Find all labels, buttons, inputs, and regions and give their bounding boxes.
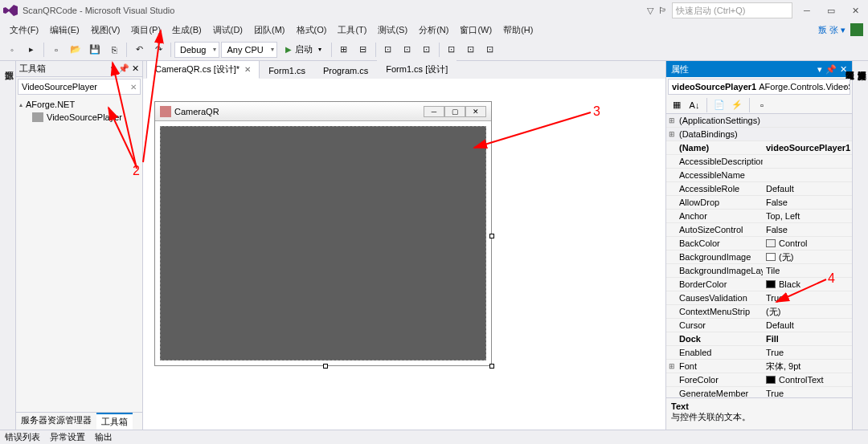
pin-icon[interactable]: 📌	[825, 64, 837, 75]
menu-tools[interactable]: 工具(T)	[333, 22, 371, 38]
notify-icon[interactable]: 🏳	[658, 6, 667, 15]
property-row[interactable]: BackgroundImage(无)	[666, 251, 852, 264]
menu-window[interactable]: 窗口(W)	[455, 22, 497, 38]
property-row[interactable]: (Name)videoSourcePlayer1	[666, 141, 852, 155]
property-row[interactable]: AccessibleDescription	[666, 155, 852, 169]
quick-launch-input[interactable]: 快速启动 (Ctrl+Q)	[672, 2, 792, 18]
status-errorlist[interactable]: 错误列表	[5, 431, 40, 443]
property-row[interactable]: ⊞(DataBindings)	[666, 128, 852, 141]
resize-handle[interactable]	[489, 364, 494, 369]
menu-format[interactable]: 格式(O)	[292, 22, 332, 38]
toolbox-group[interactable]: ▴AForge.NET	[16, 98, 142, 111]
video-source-player-control[interactable]	[160, 126, 486, 360]
vs-logo-icon	[3, 5, 18, 16]
menu-team[interactable]: 团队(M)	[249, 22, 290, 38]
save-all-button[interactable]: ⎘	[105, 41, 123, 59]
toolbox-header: 工具箱 ▾ 📌 ✕	[16, 61, 142, 77]
menu-build[interactable]: 生成(B)	[167, 22, 207, 38]
align2-button[interactable]: ⊟	[354, 41, 372, 59]
status-bar: 错误列表 异常设置 输出	[0, 430, 868, 444]
prop-pages-button[interactable]: ▫	[755, 98, 769, 112]
layout-btn2[interactable]: ⊡	[399, 41, 416, 59]
platform-dropdown[interactable]: Any CPU	[221, 42, 276, 58]
property-row[interactable]: AccessibleRoleDefault	[666, 182, 852, 196]
menu-edit[interactable]: 编辑(E)	[45, 22, 84, 38]
toolbox-search-input[interactable]: VideoSourcePlayer ✕	[18, 79, 141, 95]
properties-button[interactable]: 📄	[712, 98, 727, 112]
layout-btn4[interactable]: ⊡	[443, 41, 461, 59]
property-row[interactable]: BackgroundImageLayTile	[666, 264, 852, 278]
property-row[interactable]: CursorDefault	[666, 319, 852, 332]
menu-view[interactable]: 视图(V)	[86, 22, 125, 38]
close-button[interactable]: ✕	[845, 2, 865, 18]
doc-tab-active[interactable]: CameraQR.cs [设计]*✕	[146, 60, 260, 79]
form-preview[interactable]: CameraQR ─ ▢ ✕	[154, 101, 492, 366]
property-grid[interactable]: ⊞(ApplicationSettings)⊞(DataBindings)(Na…	[666, 114, 852, 397]
categorized-button[interactable]: ▦	[669, 98, 684, 112]
form-close-button: ✕	[465, 106, 486, 117]
property-object-selector[interactable]: videoSourcePlayer1 AForge.Controls.Video…	[668, 79, 850, 95]
property-row[interactable]: BorderColorBlack	[666, 278, 852, 291]
layout-btn3[interactable]: ⊡	[418, 41, 436, 59]
properties-header: 属性 ▾📌✕	[666, 61, 852, 77]
property-row[interactable]: EnabledTrue	[666, 346, 852, 360]
open-button[interactable]: 📂	[67, 41, 84, 59]
nav-fwd-button[interactable]: ▸	[23, 41, 40, 59]
clear-search-icon[interactable]: ✕	[130, 83, 137, 92]
property-row[interactable]: ContextMenuStrip(无)	[666, 305, 852, 319]
design-surface[interactable]: CameraQR ─ ▢ ✕	[143, 79, 665, 430]
property-row[interactable]: ⊞(ApplicationSettings)	[666, 114, 852, 128]
menu-file[interactable]: 文件(F)	[5, 22, 43, 38]
property-row[interactable]: GenerateMemberTrue	[666, 387, 852, 397]
property-row[interactable]: DockFill	[666, 332, 852, 346]
resize-handle[interactable]	[489, 234, 494, 238]
property-row[interactable]: CausesValidationTrue	[666, 291, 852, 305]
menu-debug[interactable]: 调试(D)	[208, 22, 248, 38]
layout-btn5[interactable]: ⊡	[462, 41, 480, 59]
align-button[interactable]: ⊞	[335, 41, 353, 59]
nav-back-button[interactable]: ◦	[3, 41, 21, 59]
toolbox-item[interactable]: VideoSourcePlayer	[16, 111, 142, 124]
minimize-button[interactable]: ─	[797, 2, 817, 18]
property-row[interactable]: ⊞Font宋体, 9pt	[666, 360, 852, 373]
doc-tab[interactable]: Program.cs	[314, 63, 377, 79]
property-row[interactable]: AnchorTop, Left	[666, 210, 852, 223]
designer-area: CameraQR.cs [设计]*✕ Form1.cs Program.cs F…	[143, 61, 665, 430]
doc-tab[interactable]: Form1.cs	[260, 63, 314, 79]
close-tab-icon[interactable]: ✕	[244, 65, 251, 74]
dropdown-icon[interactable]: ▾	[817, 64, 822, 75]
menu-project[interactable]: 项目(P)	[126, 22, 166, 38]
start-button[interactable]: ▶启动▾	[279, 42, 328, 58]
property-row[interactable]: ForeColorControlText	[666, 373, 852, 387]
layout-btn6[interactable]: ⊡	[481, 41, 499, 59]
tab-solution-explorer[interactable]: 解决方案资源管理器	[856, 64, 868, 423]
resize-handle[interactable]	[323, 364, 328, 369]
property-row[interactable]: AllowDropFalse	[666, 196, 852, 210]
user-label[interactable]: 叛 张 ▾	[818, 24, 849, 36]
menu-analyze[interactable]: 分析(N)	[414, 22, 453, 38]
user-badge-icon[interactable]	[850, 23, 863, 36]
maximize-button[interactable]: ▭	[821, 2, 841, 18]
undo-button[interactable]: ↶	[130, 41, 148, 59]
pin-icon[interactable]: ▾ 📌 ✕	[111, 63, 139, 74]
status-output[interactable]: 输出	[95, 431, 113, 443]
status-exceptions[interactable]: 异常设置	[50, 431, 85, 443]
tab-team-explorer[interactable]: 团队资源管理器	[844, 64, 856, 430]
doc-tab[interactable]: Form1.cs [设计]	[377, 60, 457, 79]
new-button[interactable]: ▫	[47, 41, 65, 59]
save-button[interactable]: 💾	[86, 41, 104, 59]
redo-button[interactable]: ↷	[149, 41, 167, 59]
side-tab-datasource[interactable]: 数据源	[0, 61, 16, 430]
menu-help[interactable]: 帮助(H)	[498, 22, 538, 38]
filter-icon[interactable]: ▽	[647, 6, 653, 16]
layout-btn[interactable]: ⊡	[379, 41, 397, 59]
property-row[interactable]: AutoSizeControlFalse	[666, 223, 852, 237]
config-dropdown[interactable]: Debug	[174, 42, 219, 58]
menu-test[interactable]: 测试(S)	[373, 22, 412, 38]
property-row[interactable]: AccessibleName	[666, 169, 852, 182]
property-row[interactable]: BackColorControl	[666, 237, 852, 251]
tab-server-explorer[interactable]: 服务器资源管理器	[16, 413, 96, 430]
alphabetical-button[interactable]: A↓	[687, 98, 702, 112]
events-button[interactable]: ⚡	[730, 98, 744, 112]
tab-toolbox[interactable]: 工具箱	[96, 413, 133, 430]
